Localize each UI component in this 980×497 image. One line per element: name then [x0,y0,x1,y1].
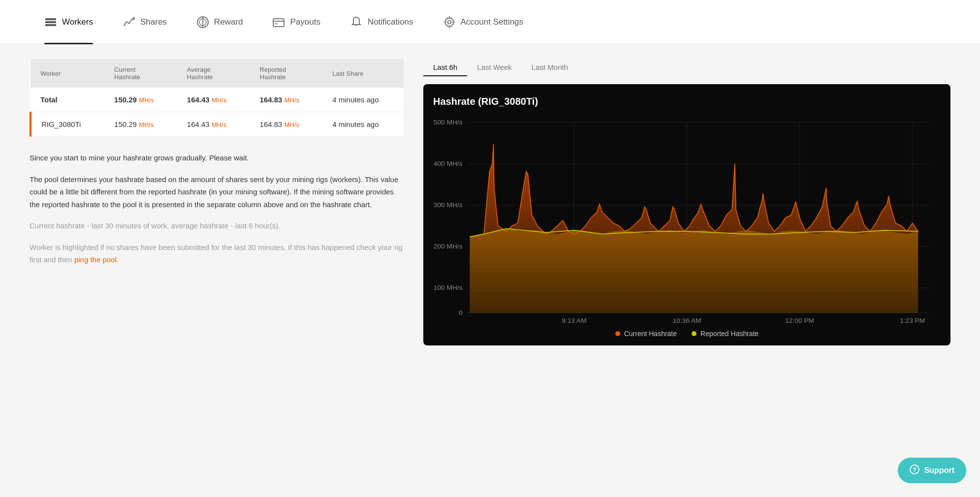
nav-item-workers[interactable]: Workers [30,0,108,44]
total-avg-hashrate: 164.43 MH/s [177,88,250,112]
col-current-hashrate: CurrentHashrate [104,59,177,88]
col-last-share: Last Share [322,59,404,88]
col-avg-hashrate: AverageHashrate [177,59,250,88]
nav-item-payouts[interactable]: Payouts [257,0,335,44]
support-icon: ? [910,465,919,476]
info-p1: Since you start to mine your hashrate gr… [30,152,404,164]
worker-current-hashrate: 150.29 MH/s [104,112,177,137]
legend-dot-reported [692,331,696,336]
legend-reported-hashrate: Reported Hashrate [692,330,759,338]
worker-last-share: 4 minutes ago [322,112,404,137]
shares-icon [123,16,135,29]
svg-text:9:13 AM: 9:13 AM [562,317,586,324]
total-reported-hashrate: 164.83 MH/s [250,88,323,112]
ping-pool-link[interactable]: ping the pool. [74,255,119,264]
total-current-hashrate: 150.29 MH/s [104,88,177,112]
tab-last-6h[interactable]: Last 6h [423,59,467,76]
svg-text:12:00 PM: 12:00 PM [785,317,814,324]
svg-rect-8 [275,23,278,25]
legend-dot-current [615,331,620,336]
info-p2: The pool determines your hashrate based … [30,173,404,211]
col-worker: Worker [31,59,104,88]
nav-label-account-settings: Account Settings [461,17,524,27]
table-row-total: Total 150.29 MH/s 164.43 MH/s 164.83 MH/… [31,88,404,112]
legend-label-reported: Reported Hashrate [700,330,759,338]
legend-current-hashrate: Current Hashrate [615,330,677,338]
right-panel: Last 6h Last Week Last Month Hashrate (R… [423,59,950,482]
legend-label-current: Current Hashrate [624,330,677,338]
chart-svg: 500 MH/s 400 MH/s 300 MH/s 200 MH/s 100 … [433,117,941,324]
support-label: Support [924,466,954,475]
svg-marker-31 [470,144,918,313]
nav-label-shares: Shares [140,17,167,27]
svg-text:500 MH/s: 500 MH/s [434,119,463,126]
workers-icon [44,16,57,29]
tab-last-month[interactable]: Last Month [522,59,578,76]
svg-text:400 MH/s: 400 MH/s [434,160,463,168]
support-button[interactable]: ? Support [898,458,966,483]
svg-text:1:23 PM: 1:23 PM [900,317,925,324]
svg-text:200 MH/s: 200 MH/s [434,243,463,250]
nav-item-reward[interactable]: Reward [182,0,258,44]
total-worker-label: Total [31,88,104,112]
svg-text:100 MH/s: 100 MH/s [434,284,463,292]
svg-rect-7 [273,19,284,27]
chart-legend: Current Hashrate Reported Hashrate [433,330,941,338]
nav-item-notifications[interactable]: Notifications [335,0,428,44]
worker-reported-hashrate: 164.83 MH/s [250,112,323,137]
payouts-icon [272,16,285,29]
nav-label-notifications: Notifications [368,17,413,27]
svg-text:300 MH/s: 300 MH/s [434,202,463,209]
total-last-share: 4 minutes ago [322,88,404,112]
svg-text:0: 0 [459,310,463,317]
nav-item-account-settings[interactable]: Account Settings [428,0,538,44]
info-p3: Current hashrate - last 30 minutes of wo… [30,219,404,232]
left-panel: Worker CurrentHashrate AverageHashrate R… [30,59,404,482]
nav-item-shares[interactable]: Shares [108,0,182,44]
tab-last-week[interactable]: Last Week [467,59,522,76]
reward-icon [196,16,209,29]
col-reported-hashrate: ReportedHashrate [250,59,323,88]
svg-text:?: ? [913,466,917,473]
time-tabs: Last 6h Last Week Last Month [423,59,950,76]
nav-label-reward: Reward [214,17,243,27]
svg-text:10:36 AM: 10:36 AM [672,317,701,324]
chart-title: Hashrate (RIG_3080Ti) [433,96,941,107]
info-p4: Worker is highlighted if no shares have … [30,241,404,266]
table-row-worker[interactable]: RIG_3080Ti 150.29 MH/s 164.43 MH/s 164.8… [31,112,404,137]
svg-point-9 [447,20,451,24]
chart-area: 500 MH/s 400 MH/s 300 MH/s 200 MH/s 100 … [433,117,941,324]
nav-label-payouts: Payouts [290,17,320,27]
navigation: Workers Shares Reward [0,0,980,44]
workers-table: Worker CurrentHashrate AverageHashrate R… [30,59,404,137]
bell-icon [350,16,363,29]
worker-name: RIG_3080Ti [31,112,104,137]
worker-avg-hashrate: 164.43 MH/s [177,112,250,137]
main-content: Worker CurrentHashrate AverageHashrate R… [0,44,980,497]
chart-container: Hashrate (RIG_3080Ti) 500 MH/ [423,84,950,345]
nav-label-workers: Workers [62,17,93,27]
gear-icon [443,16,456,29]
